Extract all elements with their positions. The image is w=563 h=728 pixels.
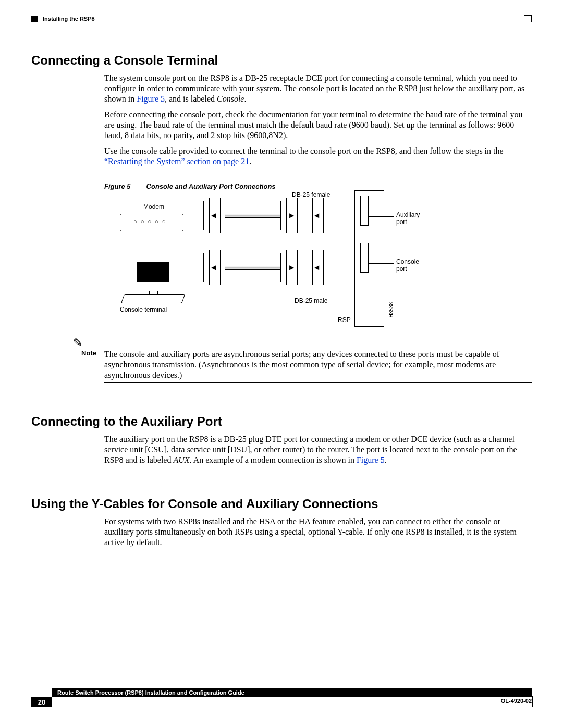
keyboard-icon — [121, 294, 185, 303]
para-ycables-1: For systems with two RSP8s installed and… — [104, 516, 527, 548]
faceplate-icon — [354, 190, 384, 327]
connector-icon — [280, 253, 302, 282]
link-restarting[interactable]: “Restarting the System” section on page … — [104, 157, 249, 166]
pencil-icon: ✎ — [73, 336, 82, 350]
connector-icon — [280, 201, 302, 230]
note-label: Note — [73, 349, 104, 380]
para-console-1: The system console port on the RSP8 is a… — [104, 73, 527, 104]
heading-connecting-aux: Connecting to the Auxiliary Port — [31, 414, 532, 429]
figure-id: H3538 — [388, 302, 394, 317]
page-footer: Route Switch Processor (RSP8) Installati… — [31, 688, 532, 707]
link-figure5-b[interactable]: Figure 5 — [357, 455, 385, 464]
figure-caption: Figure 5Console and Auxiliary Port Conne… — [104, 182, 527, 190]
crop-mark-top — [524, 15, 532, 22]
para-aux-1: The auxiliary port on the RSP8 is a DB-2… — [104, 434, 527, 465]
para-console-3: Use the console cable provided to connec… — [104, 146, 527, 167]
connector-icon — [203, 253, 225, 282]
note-block: ✎ Note The console and auxiliary ports a… — [73, 347, 532, 383]
heading-connecting-console: Connecting a Console Terminal — [31, 53, 532, 68]
crop-mark-bottom — [527, 696, 533, 707]
label-db25-female: DB-25 female — [292, 191, 330, 199]
label-modem: Modem — [143, 203, 164, 211]
label-console-terminal: Console terminal — [120, 306, 167, 313]
connector-icon — [307, 253, 328, 282]
label-console-port: Console port — [396, 258, 419, 273]
connector-icon — [307, 201, 328, 230]
modem-icon — [120, 214, 183, 231]
label-db25-male: DB-25 male — [295, 297, 327, 304]
figure-diagram: Modem Console terminal DB-25 female DB-2… — [104, 195, 532, 331]
connector-icon — [203, 201, 225, 230]
cable-icon — [225, 214, 280, 218]
chapter-name: Installing the RSP8 — [43, 16, 95, 22]
running-header: Installing the RSP8 — [31, 16, 532, 22]
para-console-2: Before connecting the console port, chec… — [104, 109, 527, 141]
heading-ycables: Using the Y-Cables for Console and Auxil… — [31, 497, 532, 511]
label-rsp: RSP — [338, 316, 351, 324]
label-aux-port: Auxiliary port — [396, 211, 420, 226]
header-square-icon — [31, 16, 38, 22]
monitor-icon — [133, 258, 173, 290]
page-number: 20 — [31, 697, 52, 707]
footer-doc-title: Route Switch Processor (RSP8) Installati… — [52, 689, 244, 696]
note-text: The console and auxiliary ports are asyn… — [104, 349, 532, 380]
link-figure5[interactable]: Figure 5 — [137, 94, 165, 103]
cable-icon — [225, 266, 280, 270]
